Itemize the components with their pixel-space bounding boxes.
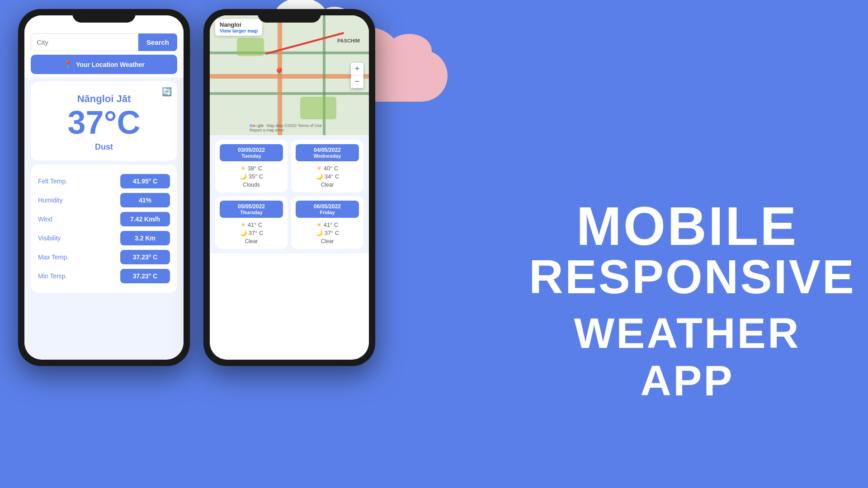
forecast-card-2: 05/05/2022 Thursday ☀41° C 🌙37° C Clear [215,196,288,249]
detail-row-3: Visibility 3.2 Km [38,229,170,248]
search-button[interactable]: Search [138,33,177,51]
detail-value-4: 37.23° C [120,250,170,264]
city-search-input[interactable] [31,33,138,51]
promo-line3: WEATHER APP [529,310,845,404]
forecast-sun-temp-1: ☀40° C [296,165,359,172]
forecast-date-1: 04/05/2022 Wednesday [296,144,359,161]
map-link[interactable]: View larger map [220,28,258,33]
map-city-name: Nangloi [220,21,258,28]
detail-value-2: 7.42 Km/h [120,212,170,226]
forecast-condition-3: Clear [296,238,359,244]
detail-row-2: Wind 7.42 Km/h [38,210,170,229]
forecast-condition-0: Clouds [220,182,283,188]
zoom-out-button[interactable]: − [351,75,363,88]
map-zoom-controls: + − [351,63,363,88]
phones-area: Search 📍 Your Location Weather 🔄 Nāngloi… [18,9,375,366]
detail-label-0: Felt Temp. [38,178,67,185]
phone1-frame: Search 📍 Your Location Weather 🔄 Nāngloi… [18,9,190,366]
forecast-sun-temp-2: ☀41° C [220,221,283,228]
temperature-display: 37°C [38,105,170,141]
detail-value-5: 37.23° C [120,269,170,283]
map-container: Nangloi View larger map PASCHIM 📍 + − [210,15,369,135]
detail-row-5: Min Temp. 37.23° C [38,267,170,286]
city-name-display: Nāngloi Jāt [38,93,170,105]
phone2-frame: Nangloi View larger map PASCHIM 📍 + − [203,9,375,366]
forecast-sun-temp-0: ☀38° C [220,165,283,172]
weather-details-card: Felt Temp. 41.95° C Humidity 41% Wind 7.… [31,164,177,293]
forecast-moon-temp-3: 🌙37° C [296,230,359,236]
promo-line2: RESPONSIVE [529,253,845,300]
forecast-card-0: 03/05/2022 Tuesday ☀38° C 🌙35° C Clouds [215,140,288,192]
detail-value-0: 41.95° C [120,174,170,188]
location-weather-button[interactable]: 📍 Your Location Weather [31,55,177,74]
forecast-date-0: 03/05/2022 Tuesday [220,144,283,161]
detail-value-3: 3.2 Km [120,231,170,245]
detail-label-5: Min Temp. [38,272,67,280]
phone2-screen: Nangloi View larger map PASCHIM 📍 + − [210,15,369,360]
detail-label-3: Visibility [38,235,61,242]
map-area-name: PASCHIM [337,38,360,43]
forecast-grid: 03/05/2022 Tuesday ☀38° C 🌙35° C Clouds … [210,135,369,253]
forecast-condition-1: Clear [296,182,359,188]
forecast-card-1: 04/05/2022 Wednesday ☀40° C 🌙34° C Clear [291,140,363,192]
map-location-label: Nangloi View larger map [215,19,262,36]
google-maps-credit: Google Map data ©2022 Terms of Use Repor… [250,123,329,132]
forecast-condition-2: Clear [220,238,283,244]
detail-label-2: Wind [38,216,52,223]
forecast-moon-temp-1: 🌙34° C [296,173,359,180]
forecast-date-3: 06/05/2022 Friday [296,201,359,218]
location-button-label: Your Location Weather [76,61,145,68]
refresh-icon[interactable]: 🔄 [162,87,172,97]
promo-text-block: MOBILE RESPONSIVE WEATHER APP [529,199,845,404]
phone1-screen: Search 📍 Your Location Weather 🔄 Nāngloi… [24,15,184,360]
promo-line1: MOBILE [529,199,845,253]
phone1-search-area: Search 📍 Your Location Weather [24,15,184,78]
forecast-card-3: 06/05/2022 Friday ☀41° C 🌙37° C Clear [291,196,363,249]
forecast-moon-temp-2: 🌙37° C [220,230,283,236]
condition-display: Dust [38,142,170,152]
detail-row-1: Humidity 41% [38,191,170,210]
forecast-moon-temp-0: 🌙35° C [220,173,283,180]
forecast-sun-temp-3: ☀41° C [296,221,359,228]
weather-main-card: 🔄 Nāngloi Jāt 37°C Dust [31,81,177,161]
zoom-in-button[interactable]: + [351,63,363,75]
detail-value-1: 41% [120,193,170,207]
detail-label-1: Humidity [38,197,62,204]
forecast-date-2: 05/05/2022 Thursday [220,201,283,218]
map-pin: 📍 [273,67,285,79]
detail-row-0: Felt Temp. 41.95° C [38,172,170,191]
detail-row-4: Max Temp. 37.23° C [38,248,170,267]
detail-label-4: Max Temp. [38,253,69,261]
location-icon: 📍 [63,60,72,69]
